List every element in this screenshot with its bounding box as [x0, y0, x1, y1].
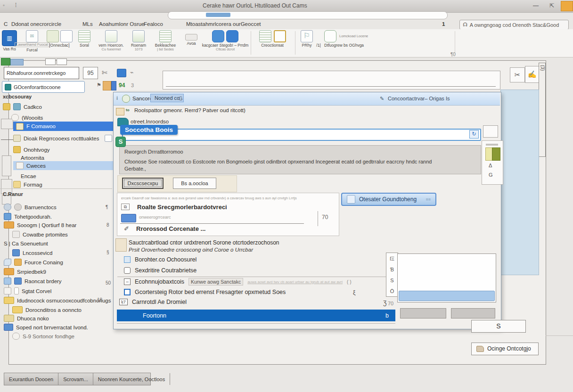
favorite-callout[interactable]: Soccotha Boois — [120, 125, 178, 135]
checklist-item-4[interactable]: ķ7 Carnrotdl Ae Dromiel — [119, 299, 383, 305]
checklist-item-1[interactable]: Sexdritire Coutrabrietse — [124, 267, 388, 274]
search-box[interactable]: ☊ A owngngoag cod Orenoth Stac&Good — [459, 20, 569, 30]
checklist-item-3[interactable]: Gcortersteig Rotor bed errenst Fresagrte… — [124, 289, 388, 295]
checkbox-blue-icon[interactable] — [124, 289, 131, 295]
change-settings-button[interactable]: Ocinge Ontcotgjo — [471, 343, 539, 355]
panel-edge — [546, 335, 573, 336]
dialog-gray-button-1[interactable] — [400, 308, 446, 318]
small-white-button[interactable] — [483, 125, 498, 138]
tree-item[interactable]: Encae — [21, 172, 112, 180]
dialog-tab-2[interactable]: G — [179, 96, 183, 101]
tree-item[interactable]: Cowatbe prtomites — [12, 230, 111, 239]
ribbon-button-kacgcaer[interactable]: kacgcaer Stegob! – Prrdm Cttcas dcrot — [203, 30, 248, 56]
tree-item[interactable]: Idudnocock osrnucooxcoudfcobnonugs — [4, 296, 111, 305]
checklist-subheader: Prsit Oroverhoedre crooscong oind Coroe … — [129, 247, 253, 253]
cancel-button[interactable]: Bs a.oocloa — [173, 178, 216, 189]
tree-item[interactable]: (Woooits — [11, 113, 111, 122]
tree-item[interactable]: Soped nort brrverractat Ivond. — [4, 323, 111, 332]
tree-item[interactable]: Cweces — [13, 161, 115, 170]
status-segment-1[interactable]: Scrovam... — [58, 373, 93, 385]
blue-tab-icon[interactable] — [10, 59, 24, 65]
pen-box-icon[interactable]: ķ7 — [119, 299, 128, 305]
checkbox-minus-icon[interactable]: – — [124, 278, 131, 285]
close-button[interactable] — [561, 1, 573, 11]
tree-item[interactable]: Dorocnditros a oonncto — [12, 305, 111, 314]
status-segment-0[interactable]: Exurantlun Doooen — [4, 373, 58, 385]
tree-item[interactable]: Fource Conaing — [4, 258, 111, 267]
checkbox-icon[interactable] — [124, 267, 131, 274]
create-rule-button[interactable]: Otesater Goundtoheng ≡≡ — [341, 193, 436, 206]
g-glyph: G — [489, 172, 493, 178]
ribbon-button-vern[interactable]: vern Hoercon. Cu fueermel — [96, 30, 126, 56]
tree-item[interactable]: Lncossevicd — [12, 248, 111, 257]
description-box: Rworgrch Drrratltorromoo Cfoonose Soe ro… — [119, 145, 481, 174]
ribbon-button-soral[interactable]: Soral — [75, 30, 93, 56]
minimize-button[interactable]: — — [530, 2, 542, 10]
apply-glyph-button[interactable]: S — [471, 320, 526, 333]
checkbox-icon[interactable] — [124, 256, 131, 263]
menu-item-5[interactable]: Mtoastahmrlcorera ourGeoccet — [186, 21, 261, 27]
bookmark-option[interactable]: Roalte Srecgmorlerbardotvreci — [137, 204, 227, 211]
collapsed-panel-tab[interactable]: (3) — [539, 63, 546, 157]
ribbon-button-slash[interactable]: /1| — [314, 30, 323, 56]
ribbon-button-bekleachee[interactable]: Bekleachee | bd Sedes — [152, 30, 179, 56]
tree-item[interactable]: Dioak Regrrcooexs roctttuaktes — [13, 134, 112, 143]
ok-button[interactable]: Dxcscsecxpu — [122, 178, 164, 189]
tree-item[interactable]: Srrpiedbek9 — [4, 267, 111, 276]
flag-p-icon[interactable]: ⚑ — [97, 82, 101, 88]
chart-icon — [60, 30, 73, 42]
menu-item-2[interactable]: MLs — [82, 21, 93, 27]
status-segment-2[interactable]: Noonren Kourcerte, Ooctloos — [93, 373, 170, 385]
menu-item-4[interactable]: Fealoco — [144, 21, 163, 27]
orange-box-icon[interactable] — [103, 81, 111, 90]
cut-icon[interactable]: ✂ — [510, 67, 525, 82]
ribbon-button-creoctionsat[interactable]: Creoctionsat — [254, 30, 290, 56]
process-option[interactable]: Rrorossod Corcenate ... — [136, 225, 205, 232]
green-tab-icon[interactable] — [1, 58, 10, 65]
tree-item-selected[interactable]: F Comawoo — [13, 122, 115, 131]
ribbon-button-furcal[interactable]: ✉ Lawwrthamd Fuocal Furcal — [20, 30, 44, 56]
dialog-account-row: otreet.Inroordso — [131, 119, 169, 124]
dialog-gray-button-2[interactable] — [451, 308, 495, 318]
tree-item[interactable]: Tohetgoodurah. — [4, 212, 111, 221]
search-text: A owngngoag cod Orenoth Stac&Good — [470, 22, 559, 28]
book-blue-icon — [4, 324, 13, 331]
ribbon-button-dtfuogrew[interactable]: Lomckoad Locene Dtfuogrew bs OGhvga — [324, 30, 376, 56]
folder-combo[interactable]: GOcenforarttocoone — [2, 81, 85, 93]
tree-item[interactable]: Raoncat brdery — [4, 277, 111, 286]
tree-item[interactable]: S | Ca Soenuetunt — [4, 239, 111, 248]
strip-icon[interactable] — [2, 155, 11, 176]
menu-item-0[interactable]: C — [4, 21, 8, 27]
filter-input[interactable] — [4, 67, 79, 79]
refresh-icon[interactable]: ↻ — [469, 130, 479, 139]
side-glyph-strip[interactable]: ſΞ Ɓ S Ō — [386, 253, 398, 297]
blue-square-icon[interactable] — [117, 69, 126, 77]
preview-selected-bar[interactable] — [399, 291, 495, 301]
tree-item[interactable]: Barruenctocs — [4, 203, 111, 212]
tab-box-icon[interactable] — [57, 58, 67, 65]
ribbon-button-roenam[interactable]: Roenam 1073 — [128, 30, 149, 56]
tree-item[interactable]: Cadkco — [3, 102, 111, 111]
scissors-icon[interactable]: ✄ — [102, 69, 107, 76]
cloud-icon — [11, 114, 19, 121]
zoom-box[interactable]: 95 — [83, 67, 98, 79]
tree-item[interactable]: Sgtat Corvel — [4, 286, 111, 295]
badge-94: 94 — [119, 82, 125, 89]
ribbon-button-avoa[interactable]: Avoa — [182, 30, 201, 56]
tab-box-icon[interactable] — [45, 58, 56, 65]
tree-item[interactable]: Dhuoca noko — [4, 314, 111, 323]
selected-command-row[interactable]: Foortonn b — [117, 310, 395, 321]
menu-item-1[interactable]: Ddonat onecrorcircle — [11, 21, 61, 27]
toggle-on-icon[interactable] — [492, 147, 500, 161]
branch-icon[interactable]: ⌁ — [130, 69, 134, 76]
pen-icon[interactable]: ✍ — [525, 66, 539, 83]
dialog-header[interactable]: ⅰ Sancorc Nooned co G ✎ Concoortactrvar–… — [114, 92, 500, 106]
checklist-item-0[interactable]: Borohter.co Ochoosurel — [124, 256, 388, 263]
blue-bar-icon[interactable] — [111, 81, 116, 90]
share-icon[interactable]: ⇱ — [546, 2, 558, 10]
ribbon-button-onnecbac[interactable]: [Onnecbac] — [46, 30, 73, 56]
tree-item[interactable]: Sooogm | Qortiurf 8 hear — [4, 220, 111, 229]
tree-item[interactable]: S-9 Sortonor fondhge — [12, 332, 111, 341]
menu-item-3[interactable]: Aoahumlonr Osrue — [99, 21, 145, 27]
tree-item[interactable]: Formag — [13, 180, 112, 189]
